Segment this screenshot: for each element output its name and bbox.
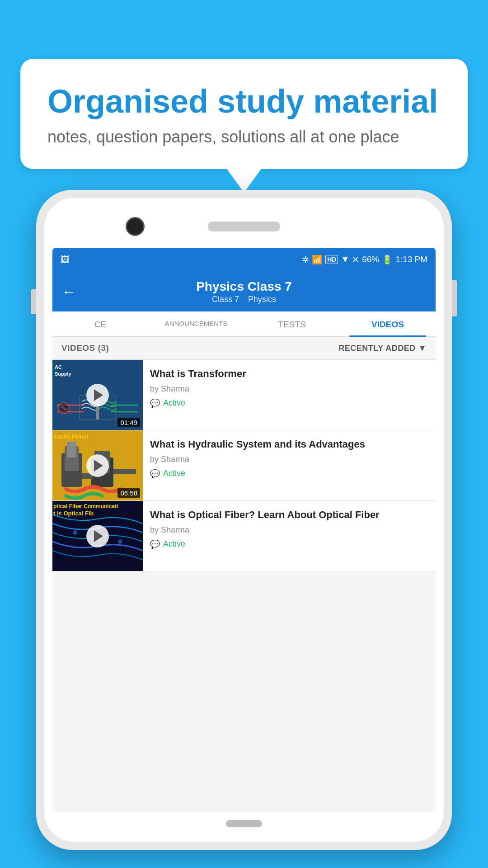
battery-text: 66% xyxy=(362,255,379,264)
video-thumbnail-3: ptical Fiber Communicati t is Optical Fi… xyxy=(52,501,143,571)
tab-videos[interactable]: VIDEOS xyxy=(340,311,436,336)
play-overlay-3 xyxy=(52,501,143,571)
video-title-2: What is Hydraulic System and its Advanta… xyxy=(150,438,428,451)
phone-mockup: 🖼 ✲ 📶 HD ▼ ✕ 66% 🔋 1:13 PM ← xyxy=(36,190,452,850)
phone-home-button xyxy=(226,820,262,827)
active-badge-1: 💬 Active xyxy=(150,398,428,408)
play-icon-1 xyxy=(94,389,103,401)
video-author-2: by Sharma xyxy=(150,455,428,464)
video-info-2: What is Hydraulic System and its Advanta… xyxy=(143,430,436,500)
phone-inner: 🖼 ✲ 📶 HD ▼ ✕ 66% 🔋 1:13 PM ← xyxy=(44,198,444,842)
signal-icon: 📶 xyxy=(312,255,323,265)
video-title-3: What is Optical Fiber? Learn About Optic… xyxy=(150,508,428,522)
phone-camera xyxy=(126,217,145,236)
video-item-fiber[interactable]: ptical Fiber Communicati t is Optical Fi… xyxy=(52,501,436,571)
phone-screen: 🖼 ✲ 📶 HD ▼ ✕ 66% 🔋 1:13 PM ← xyxy=(52,248,436,812)
video-title-1: What is Transformer xyxy=(150,367,428,381)
status-bar: 🖼 ✲ 📶 HD ▼ ✕ 66% 🔋 1:13 PM xyxy=(52,248,436,271)
back-button[interactable]: ← xyxy=(61,283,76,300)
play-button-1[interactable] xyxy=(86,384,109,406)
duration-badge-2: 06:58 xyxy=(117,488,140,498)
play-button-2[interactable] xyxy=(86,454,109,477)
app-bar-title: Physics Class 7 xyxy=(84,279,404,294)
sort-dropdown[interactable]: RECENTLY ADDED ▼ xyxy=(338,344,427,353)
chat-icon-3: 💬 xyxy=(150,539,160,549)
phone-outer: 🖼 ✲ 📶 HD ▼ ✕ 66% 🔋 1:13 PM ← xyxy=(36,190,452,850)
filter-bar: VIDEOS (3) RECENTLY ADDED ▼ xyxy=(52,337,436,360)
bubble-subtitle: notes, question papers, solutions all at… xyxy=(47,127,441,146)
play-icon-3 xyxy=(94,530,103,542)
active-label-1: Active xyxy=(163,398,185,408)
hd-badge: HD xyxy=(325,255,338,264)
videos-count-label: VIDEOS (3) xyxy=(61,343,109,353)
subtitle-subject: Physics xyxy=(248,295,276,304)
status-right: ✲ 📶 HD ▼ ✕ 66% 🔋 1:13 PM xyxy=(302,255,427,265)
active-label-3: Active xyxy=(163,539,185,549)
video-thumbnail-1: AC Supply 01:49 xyxy=(52,360,143,430)
app-bar-title-block: Physics Class 7 Class 7 Physics xyxy=(84,279,404,304)
wifi-icon: ▼ xyxy=(341,255,349,264)
video-list: AC Supply 01:49 What is Transfo xyxy=(52,360,436,571)
duration-badge-1: 01:49 xyxy=(117,418,140,427)
play-button-3[interactable] xyxy=(86,525,109,547)
video-info-3: What is Optical Fiber? Learn About Optic… xyxy=(143,501,436,571)
play-icon-2 xyxy=(94,460,103,472)
battery-icon: 🔋 xyxy=(382,255,393,265)
video-author-1: by Sharma xyxy=(150,384,428,394)
tab-tests[interactable]: TESTS xyxy=(244,311,340,336)
speech-bubble: Organised study material notes, question… xyxy=(20,59,468,169)
bubble-title: Organised study material xyxy=(47,84,441,119)
tab-announcements[interactable]: ANNOUNCEMENTS xyxy=(148,311,244,336)
chat-icon-2: 💬 xyxy=(150,469,160,479)
phone-speaker xyxy=(208,222,280,231)
video-thumbnail-2: raulic Princi 06:58 xyxy=(52,430,143,500)
app-bar: ← Physics Class 7 Class 7 Physics xyxy=(52,271,436,311)
data-icon: ✕ xyxy=(352,255,359,265)
sort-label: RECENTLY ADDED xyxy=(338,344,415,353)
side-button-right xyxy=(452,280,457,316)
notification-icon: 🖼 xyxy=(61,255,70,265)
sort-chevron-icon: ▼ xyxy=(418,344,427,353)
tab-bar: CE ANNOUNCEMENTS TESTS VIDEOS xyxy=(52,311,436,337)
video-item-transformer[interactable]: AC Supply 01:49 What is Transfo xyxy=(52,360,436,430)
active-label-2: Active xyxy=(163,469,185,478)
app-bar-subtitle: Class 7 Physics xyxy=(84,295,404,304)
bluetooth-icon: ✲ xyxy=(302,255,309,265)
subtitle-class: Class 7 xyxy=(212,295,239,304)
active-badge-2: 💬 Active xyxy=(150,469,428,479)
video-author-3: by Sharma xyxy=(150,525,428,535)
side-button-left xyxy=(31,289,36,314)
video-item-hydraulic[interactable]: raulic Princi 06:58 What is Hydraulic Sy… xyxy=(52,430,436,501)
video-info-1: What is Transformer by Sharma 💬 Active xyxy=(143,360,436,430)
chat-icon-1: 💬 xyxy=(150,398,160,408)
tab-ce[interactable]: CE xyxy=(52,311,148,336)
active-badge-3: 💬 Active xyxy=(150,539,428,549)
status-left: 🖼 xyxy=(61,255,70,265)
time-display: 1:13 PM xyxy=(395,255,427,264)
